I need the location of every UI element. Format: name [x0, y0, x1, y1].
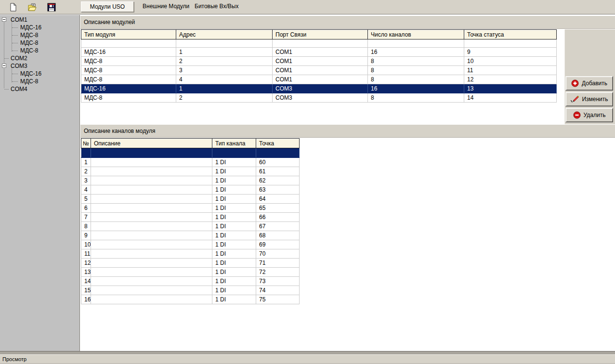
tab-bitovye-vh-vyh[interactable]: Битовые Вх/Вых	[189, 1, 244, 12]
table-cell: 1 DI	[212, 249, 256, 259]
table-row[interactable]: 121 DI71	[81, 259, 300, 268]
column-header[interactable]: Точка статуса	[464, 30, 557, 39]
table-row[interactable]: МДС-83COM1811	[81, 66, 557, 75]
table-row[interactable]: 131 DI72	[81, 268, 300, 277]
table-cell: 8	[368, 75, 464, 84]
table-row[interactable]: 21 DI61	[81, 167, 300, 176]
table-row-selected-empty[interactable]	[81, 148, 300, 158]
table-row[interactable]: 71 DI66	[81, 213, 300, 222]
delete-button[interactable]: Удалить	[565, 108, 613, 122]
table-row[interactable]: 91 DI68	[81, 231, 300, 240]
status-bar: Просмотр	[0, 354, 615, 364]
table-cell: COM1	[273, 48, 368, 57]
column-header[interactable]: Порт Связи	[273, 30, 368, 39]
column-header[interactable]: Тип канала	[212, 139, 256, 148]
add-button[interactable]: Добавить	[565, 76, 613, 91]
table-cell: 75	[256, 295, 300, 304]
tree-item-mds8[interactable]: МДС-8	[0, 47, 77, 54]
table-cell: 1	[176, 84, 273, 93]
tree-item-com3[interactable]: COM3	[0, 62, 77, 70]
table-cell: 16	[368, 48, 464, 57]
table-cell: 8	[368, 57, 464, 66]
table-row[interactable]: 141 DI73	[81, 277, 300, 286]
table-row-blank[interactable]	[81, 39, 557, 48]
table-cell: 14	[464, 93, 557, 103]
toolbar: Модули USO Внешние Модули Битовые Вх/Вых	[0, 0, 615, 14]
table-row[interactable]: 11 DI60	[81, 158, 300, 167]
table-cell: 1	[81, 158, 91, 167]
table-cell	[91, 222, 212, 231]
table-row[interactable]: МДС-84COM1812	[81, 75, 557, 84]
table-cell: 66	[256, 213, 300, 222]
table-cell: 72	[256, 268, 300, 277]
table-row[interactable]: 81 DI67	[81, 222, 300, 231]
edit-button[interactable]: Изменить	[565, 92, 613, 106]
tree-item-mds8[interactable]: МДС-8	[0, 31, 77, 39]
table-cell: 63	[256, 185, 300, 195]
tree-item-label: COM2	[10, 55, 28, 62]
save-icon[interactable]	[46, 2, 57, 13]
column-header[interactable]: Адрес	[176, 30, 273, 39]
column-header[interactable]: Точка	[256, 139, 300, 148]
column-header[interactable]: №	[81, 139, 91, 148]
table-cell: 1 DI	[212, 295, 256, 304]
table-row[interactable]: 41 DI63	[81, 185, 300, 195]
table-cell: 1 DI	[212, 185, 256, 195]
table-row[interactable]: 111 DI70	[81, 249, 300, 259]
table-cell: COM1	[273, 66, 368, 75]
com-port-tree: COM1 МДС-16 МДС-8 МДС-8 МДС-8 COM2 COM3 …	[0, 15, 80, 351]
tree-guide	[12, 43, 18, 43]
table-row[interactable]: МДС-82COM3814	[81, 93, 557, 103]
tab-vneshnie-moduli[interactable]: Внешние Модули	[137, 1, 195, 12]
table-row[interactable]: МДС-161COM31613	[81, 84, 557, 93]
table-row[interactable]: МДС-82COM1810	[81, 57, 557, 66]
tab-label: Битовые Вх/Вых	[195, 3, 238, 10]
tree-item-com2[interactable]: COM2	[0, 54, 77, 62]
tree-item-com1[interactable]: COM1	[0, 16, 77, 24]
tab-moduli-uso[interactable]: Модули USO	[81, 1, 134, 12]
table-cell: 74	[256, 286, 300, 295]
table-row[interactable]: 31 DI62	[81, 176, 300, 185]
table-cell: 5	[81, 195, 91, 204]
button-label: Изменить	[582, 96, 608, 103]
table-cell	[91, 231, 212, 240]
table-cell	[91, 249, 212, 259]
table-cell: 70	[256, 249, 300, 259]
tree-item-com4[interactable]: COM4	[0, 85, 77, 93]
table-cell: МДС-8	[81, 57, 176, 66]
table-cell	[91, 268, 212, 277]
table-cell: МДС-8	[81, 75, 176, 84]
table-row[interactable]: 151 DI74	[81, 286, 300, 295]
tree-guide	[12, 74, 18, 74]
table-cell: 68	[256, 231, 300, 240]
table-cell: 15	[81, 286, 91, 295]
tree-item-mds16[interactable]: МДС-16	[0, 24, 77, 31]
tree-item-mds8[interactable]: МДС-8	[0, 39, 77, 47]
tree-item-label: МДС-8	[19, 39, 39, 46]
column-header[interactable]: Число каналов	[368, 30, 464, 39]
tab-label: Внешние Модули	[143, 3, 189, 10]
table-row[interactable]: 161 DI75	[81, 295, 300, 304]
table-row[interactable]: МДС-161COM1169	[81, 48, 557, 57]
table-row[interactable]: 51 DI64	[81, 195, 300, 204]
table-cell: 11	[81, 249, 91, 259]
tree-item-mds16[interactable]: МДС-16	[0, 70, 77, 78]
table-cell: 65	[256, 204, 300, 213]
collapse-icon[interactable]	[2, 17, 6, 22]
new-document-icon[interactable]	[8, 2, 18, 13]
column-header[interactable]: Тип модуля	[81, 30, 176, 39]
table-cell: 69	[256, 240, 300, 249]
table-cell: COM3	[273, 93, 368, 103]
table-row[interactable]: 61 DI65	[81, 204, 300, 213]
table-row[interactable]: 101 DI69	[81, 240, 300, 249]
collapse-icon[interactable]	[2, 64, 6, 68]
tree-guide	[4, 89, 9, 90]
open-file-icon[interactable]	[27, 2, 38, 13]
table-cell	[91, 167, 212, 176]
table-cell: COM1	[273, 75, 368, 84]
tree-guide	[4, 58, 9, 59]
tree-item-mds8[interactable]: МДС-8	[0, 78, 77, 85]
modules-table: Тип модуля Адрес Порт Связи Число канало…	[81, 29, 557, 103]
column-header[interactable]: Описание	[91, 139, 212, 148]
table-cell	[91, 213, 212, 222]
